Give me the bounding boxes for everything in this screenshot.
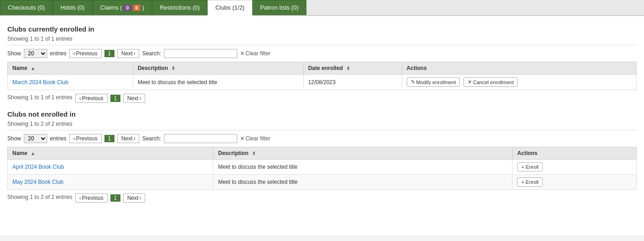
enrolled-col-actions: Actions xyxy=(402,62,636,75)
chevron-left-bottom-ne: ‹ xyxy=(79,195,81,201)
search-input-enrolled[interactable] xyxy=(164,49,237,58)
search-label-enrolled: Search: xyxy=(142,50,161,57)
enrolled-controls-row: Show 20 10 50 100 entries ‹ Previous 1 N… xyxy=(7,49,637,58)
enroll-btn-row1[interactable]: + Enroll xyxy=(517,162,543,171)
chevron-right-icon-enrolled: › xyxy=(133,50,135,57)
enrolled-showing-bottom: Showing 1 to 1 of 1 entries xyxy=(7,94,72,101)
not-enrolled-row2-name-link[interactable]: May 2024 Book Club xyxy=(12,179,63,185)
enrolled-table: Name ▲ Description ⇕ Date enrolled ⇕ Act… xyxy=(7,62,637,90)
search-label-not-enrolled: Search: xyxy=(142,135,161,142)
chevron-right-bottom-enrolled: › xyxy=(139,95,141,102)
not-enrolled-page-num: 1 xyxy=(104,135,115,142)
show-label-enrolled: Show xyxy=(7,50,21,57)
enrolled-prev-btn[interactable]: ‹ Previous xyxy=(69,49,102,58)
enrolled-row-description: Meet to discuss the selected title xyxy=(133,75,303,90)
clear-filter-enrolled[interactable]: ✕ Clear filter xyxy=(240,50,271,57)
not-enrolled-showing-bottom: Showing 1 to 2 of 2 entries xyxy=(7,194,72,200)
tab-claims[interactable]: Claims (0 0) xyxy=(93,0,152,15)
enrolled-next-btn-bottom[interactable]: Next › xyxy=(123,94,146,103)
table-row: May 2024 Book Club Meet to discuss the s… xyxy=(8,175,637,190)
tab-bar: Checkouts (0) Holds (0) Claims (0 0) Res… xyxy=(0,0,644,16)
enrolled-controls-bottom: Showing 1 to 1 of 1 entries ‹ Previous 1… xyxy=(7,94,637,103)
modify-enrollment-btn[interactable]: ✎ Modify enrollment xyxy=(407,77,460,87)
not-enrolled-col-name: Name ▲ xyxy=(8,147,213,160)
not-enrolled-row2-name: May 2024 Book Club xyxy=(8,175,213,190)
sort-asc-icon: ▲ xyxy=(31,66,35,71)
not-enrolled-next-btn[interactable]: Next › xyxy=(117,134,140,143)
enrolled-prev-label-bottom: Previous xyxy=(82,95,104,102)
badge-orange: 0 xyxy=(133,5,140,11)
enrolled-next-label: Next xyxy=(121,50,133,57)
enrolled-col-description: Description ⇕ xyxy=(133,62,303,75)
search-input-not-enrolled[interactable] xyxy=(164,134,237,143)
not-enrolled-prev-label: Previous xyxy=(76,135,98,142)
not-enrolled-prev-btn-bottom[interactable]: ‹ Previous xyxy=(75,193,108,203)
not-enrolled-prev-label-bottom: Previous xyxy=(82,195,104,201)
tab-clubs[interactable]: Clubs (1/2) xyxy=(207,0,252,16)
not-enrolled-prev-btn[interactable]: ‹ Previous xyxy=(69,134,102,143)
plus-icon-row1: + xyxy=(521,164,524,170)
enrolled-next-label-bottom: Next xyxy=(127,95,139,102)
enrolled-divider-top xyxy=(7,45,637,45)
tab-holds[interactable]: Holds (0) xyxy=(53,0,93,15)
sort-icon-date-enrolled: ⇕ xyxy=(346,66,350,71)
enrolled-row-date: 12/08/2023 xyxy=(303,75,402,90)
show-select-not-enrolled[interactable]: 20 10 50 100 xyxy=(24,134,47,143)
content-area: Clubs currently enrolled in Showing 1 to… xyxy=(0,16,644,236)
enrolled-row-name: March 2024 Book Club xyxy=(8,75,133,90)
table-row: March 2024 Book Club Meet to discuss the… xyxy=(8,75,637,90)
chevron-right-not-enrolled: › xyxy=(133,135,135,142)
not-enrolled-showing-top: Showing 1 to 2 of 2 entries xyxy=(7,121,637,127)
tab-claims-label-start: Claims ( xyxy=(100,4,122,11)
not-enrolled-row1-name: April 2024 Book Club xyxy=(8,160,213,175)
not-enrolled-row1-name-link[interactable]: April 2024 Book Club xyxy=(12,164,64,170)
enrolled-next-btn[interactable]: Next › xyxy=(117,49,140,58)
clear-filter-label-not-enrolled: Clear filter xyxy=(246,135,271,142)
show-select-enrolled[interactable]: 20 10 50 100 xyxy=(24,49,47,58)
cancel-enrollment-btn[interactable]: ✕ Cancel enrollment xyxy=(464,77,518,87)
tab-patron-lists-label: Patron lists (0) xyxy=(260,4,299,11)
tab-patron-lists[interactable]: Patron lists (0) xyxy=(252,0,306,15)
enroll-btn-row2[interactable]: + Enroll xyxy=(517,177,543,187)
not-enrolled-next-label-bottom: Next xyxy=(127,195,139,201)
not-enrolled-next-btn-bottom[interactable]: Next › xyxy=(123,193,146,203)
not-enrolled-row2-description: Meet to discuss the selected title xyxy=(213,175,513,190)
not-enrolled-controls-bottom: Showing 1 to 2 of 2 entries ‹ Previous 1… xyxy=(7,193,637,203)
sort-asc-icon-ne: ▲ xyxy=(31,151,35,156)
tab-clubs-label: Clubs (1/2) xyxy=(215,4,245,11)
enroll-label-row1: Enroll xyxy=(526,164,539,170)
chevron-left-icon: ‹ xyxy=(73,50,75,57)
tab-restrictions-label: Restrictions (0) xyxy=(160,4,200,11)
not-enrolled-page-num-bottom: 1 xyxy=(110,194,120,202)
enrolled-row-actions: ✎ Modify enrollment ✕ Cancel enrollment xyxy=(402,75,636,90)
tab-checkouts[interactable]: Checkouts (0) xyxy=(0,0,53,15)
not-enrolled-controls-row: Show 20 10 50 100 entries ‹ Previous 1 N… xyxy=(7,134,637,143)
tab-restrictions[interactable]: Restrictions (0) xyxy=(152,0,207,15)
tab-holds-label: Holds (0) xyxy=(60,4,85,11)
not-enrolled-title: Clubs not enrolled in xyxy=(7,110,637,118)
not-enrolled-divider-top xyxy=(7,130,637,130)
enrolled-col-date: Date enrolled ⇕ xyxy=(303,62,402,75)
clear-filter-x-icon: ✕ xyxy=(240,50,245,57)
clear-filter-label-enrolled: Clear filter xyxy=(246,50,271,57)
pencil-icon: ✎ xyxy=(411,79,415,85)
table-row: April 2024 Book Club Meet to discuss the… xyxy=(8,160,637,175)
not-enrolled-col-actions: Actions xyxy=(513,147,637,160)
not-enrolled-table: Name ▲ Description ⇕ Actions April 2024 … xyxy=(7,147,637,190)
enrolled-prev-btn-bottom[interactable]: ‹ Previous xyxy=(75,94,108,103)
entries-label-enrolled: entries xyxy=(50,50,66,57)
not-enrolled-row1-actions: + Enroll xyxy=(513,160,637,175)
chevron-right-bottom-ne: › xyxy=(139,195,141,201)
not-enrolled-row1-description: Meet to discuss the selected title xyxy=(213,160,513,175)
cancel-enrollment-label: Cancel enrollment xyxy=(473,80,514,85)
show-label-not-enrolled: Show xyxy=(7,135,21,142)
clear-filter-not-enrolled[interactable]: ✕ Clear filter xyxy=(240,135,271,142)
chevron-left-not-enrolled: ‹ xyxy=(73,135,75,142)
not-enrolled-next-label: Next xyxy=(121,135,133,142)
enrolled-page-num: 1 xyxy=(104,50,115,57)
chevron-left-bottom-enrolled: ‹ xyxy=(79,95,81,102)
enrolled-row-name-link[interactable]: March 2024 Book Club xyxy=(12,79,68,86)
tab-checkouts-label: Checkouts (0) xyxy=(8,4,45,11)
enrolled-prev-label: Previous xyxy=(76,50,98,57)
entries-label-not-enrolled: entries xyxy=(50,135,66,142)
